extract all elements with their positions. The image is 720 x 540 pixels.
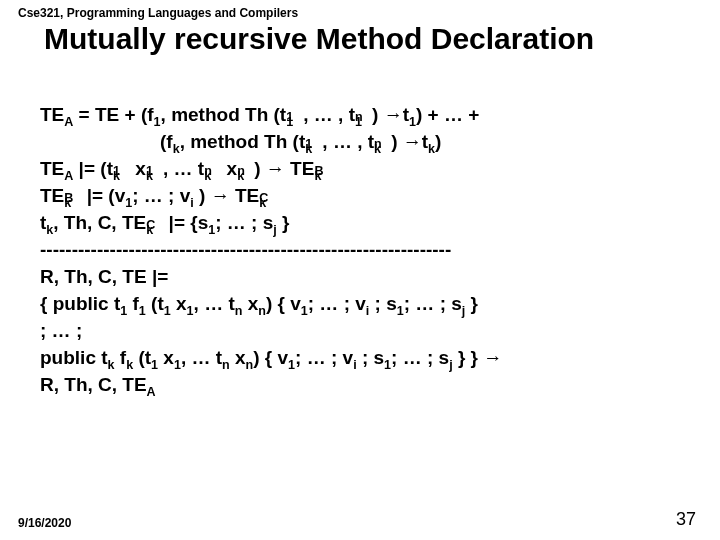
line-8: { public t1 f1 (t1 x1, … tn xn) { v1; … … bbox=[40, 291, 702, 318]
footer-date: 9/16/2020 bbox=[18, 516, 71, 530]
text: , … , t bbox=[322, 131, 374, 152]
text: x bbox=[171, 293, 187, 314]
line-10: public tk fk (t1 x1, … tn xn) { v1; … ; … bbox=[40, 345, 702, 372]
sub: A bbox=[147, 384, 156, 398]
line-3: TEA |= (t1k x1k, … tnk xnk) → TEBk bbox=[40, 156, 702, 183]
line-11: R, Th, C, TEA bbox=[40, 372, 702, 399]
sub: 1 bbox=[301, 304, 308, 318]
course-label: Cse321, Programming Languages and Compil… bbox=[18, 6, 702, 20]
text: TE bbox=[40, 104, 64, 125]
text: ) bbox=[435, 131, 441, 152]
text: ; s bbox=[357, 347, 384, 368]
text: TE bbox=[40, 185, 64, 206]
text: ; … ; s bbox=[215, 212, 273, 233]
text: x bbox=[158, 347, 174, 368]
text: , method Th (t bbox=[180, 131, 306, 152]
sub: k bbox=[173, 142, 180, 156]
sub: n bbox=[258, 304, 266, 318]
text: R, Th, C, TE bbox=[40, 374, 147, 395]
sub: 1 bbox=[187, 304, 194, 318]
text: ) → TE bbox=[194, 185, 259, 206]
text: } } → bbox=[453, 347, 503, 368]
slide-body: TEA = TE + (f1, method Th (t11, … , tn1)… bbox=[40, 102, 702, 399]
line-2: (fk, method Th (t1k, … , tnk) →tk) bbox=[160, 129, 702, 156]
text: (t bbox=[146, 293, 164, 314]
text: x bbox=[242, 293, 258, 314]
sub: 1 bbox=[154, 115, 161, 129]
divider-line: ----------------------------------------… bbox=[40, 237, 702, 264]
text: ; … ; v bbox=[308, 293, 366, 314]
text: } bbox=[465, 293, 478, 314]
text: , method Th (t bbox=[161, 104, 287, 125]
text: ; … ; s bbox=[404, 293, 462, 314]
text: , … t bbox=[194, 293, 235, 314]
sub: n bbox=[222, 358, 230, 372]
text: ) { v bbox=[253, 347, 288, 368]
text: } bbox=[277, 212, 290, 233]
text: (f bbox=[160, 131, 173, 152]
text: f bbox=[127, 293, 139, 314]
text: ) →t bbox=[391, 131, 428, 152]
text: |= (v bbox=[81, 185, 125, 206]
page-title: Mutually recursive Method Declaration bbox=[44, 22, 702, 56]
line-5: tk, Th, C, TECk |= {s1; … ; sj } bbox=[40, 210, 702, 237]
sub: A bbox=[64, 169, 73, 183]
text: ) + … + bbox=[416, 104, 479, 125]
text: , Th, C, TE bbox=[53, 212, 146, 233]
text: f bbox=[115, 347, 127, 368]
sub: A bbox=[64, 115, 73, 129]
text: ; … ; v bbox=[295, 347, 353, 368]
line-4: TEBk |= (v1; … ; vi ) → TECk bbox=[40, 183, 702, 210]
sub: 1 bbox=[164, 304, 171, 318]
sub: k bbox=[108, 358, 115, 372]
text: ; … ; v bbox=[132, 185, 190, 206]
sub: 1 bbox=[151, 358, 158, 372]
text: |= {s bbox=[163, 212, 208, 233]
text: { public t bbox=[40, 293, 120, 314]
line-9: ; … ; bbox=[40, 318, 702, 345]
text: x bbox=[221, 158, 237, 179]
sub: 1 bbox=[397, 304, 404, 318]
text: , … , t bbox=[303, 104, 355, 125]
text: , … t bbox=[163, 158, 204, 179]
text: |= (t bbox=[73, 158, 113, 179]
line-7: R, Th, C, TE |= bbox=[40, 264, 702, 291]
text: ; … ; s bbox=[391, 347, 449, 368]
text: ) →t bbox=[372, 104, 409, 125]
text: = TE + (f bbox=[73, 104, 153, 125]
text: , … t bbox=[181, 347, 222, 368]
text: x bbox=[230, 347, 246, 368]
sub: 1 bbox=[139, 304, 146, 318]
footer-page-number: 37 bbox=[676, 509, 696, 530]
text: x bbox=[130, 158, 146, 179]
text: ) → TE bbox=[254, 158, 314, 179]
text: ) { v bbox=[266, 293, 301, 314]
sub: 1 bbox=[409, 115, 416, 129]
text: TE bbox=[40, 158, 64, 179]
slide: Cse321, Programming Languages and Compil… bbox=[0, 0, 720, 540]
text: (t bbox=[133, 347, 151, 368]
line-1: TEA = TE + (f1, method Th (t11, … , tn1)… bbox=[40, 102, 702, 129]
sub: 1 bbox=[174, 358, 181, 372]
text: ; s bbox=[369, 293, 396, 314]
text: public t bbox=[40, 347, 108, 368]
